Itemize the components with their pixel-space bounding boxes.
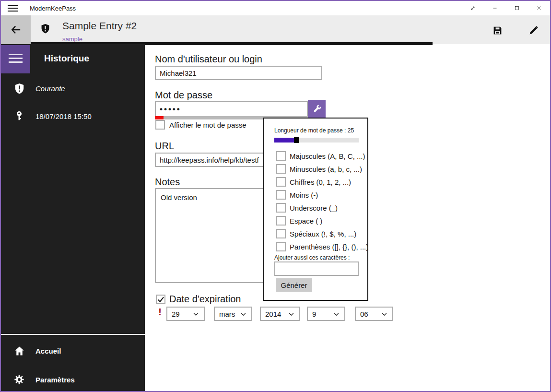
custom-chars-label: Ajouter aussi ces caractères :	[274, 254, 350, 261]
password-label: Mot de passe	[155, 90, 212, 101]
slider-fill	[274, 138, 294, 143]
maximize-button[interactable]	[506, 1, 528, 15]
chevron-down-icon	[333, 310, 340, 318]
home-icon	[13, 345, 25, 356]
diagonal-resize-icon	[470, 5, 476, 11]
page-title: Sample Entry #2	[62, 20, 137, 32]
checkbox-icon	[276, 151, 286, 161]
shield-icon	[13, 83, 25, 94]
checkbox-icon	[155, 120, 165, 130]
option-label: Majuscules (A, B, C, ...)	[290, 152, 365, 160]
chevron-down-icon	[288, 310, 295, 318]
slider-thumb[interactable]	[294, 137, 299, 143]
generate-button[interactable]: Générer	[276, 278, 312, 292]
option-special-checkbox[interactable]: Spéciaux (!, $, %, ...)	[276, 229, 356, 238]
password-length-slider[interactable]	[274, 138, 359, 143]
option-label: Spéciaux (!, $, %, ...)	[290, 230, 356, 238]
option-lowercase-checkbox[interactable]: Minuscules (a, b, c, ...)	[276, 164, 362, 174]
app-window: ModernKeePass Sample Entry #2 sa	[0, 0, 551, 392]
option-label: Underscore (_)	[290, 204, 338, 212]
entry-group-link[interactable]: sample	[62, 36, 82, 43]
back-arrow-icon	[10, 24, 22, 35]
minute-select[interactable]: 06	[355, 307, 393, 321]
expiration-label: Date d'expiration	[169, 294, 241, 305]
close-icon	[536, 5, 542, 11]
sidebar-item-settings[interactable]: Paramètres	[1, 369, 145, 390]
month-value: mars	[219, 310, 235, 318]
option-space-checkbox[interactable]: Espace ( )	[276, 216, 322, 226]
checkbox-icon	[276, 216, 286, 226]
show-password-label: Afficher le mot de passe	[169, 121, 246, 129]
chevron-down-icon	[381, 310, 388, 318]
sidebar-item-label: 18/07/2018 15:50	[35, 112, 92, 120]
close-button[interactable]	[528, 1, 550, 15]
show-password-checkbox[interactable]: Afficher le mot de passe	[155, 120, 246, 130]
checkbox-icon	[276, 242, 286, 251]
notes-label: Notes	[155, 177, 180, 188]
gear-icon	[13, 374, 25, 385]
option-digits-checkbox[interactable]: Chiffres (0, 1, 2, ...)	[276, 177, 351, 187]
checkbox-icon	[276, 190, 286, 200]
username-input[interactable]	[155, 66, 322, 80]
option-underscore-checkbox[interactable]: Underscore (_)	[276, 203, 338, 213]
password-length-label: Longueur de mot de passe : 25	[274, 127, 354, 134]
hamburger-icon	[9, 54, 23, 55]
password-generator-button[interactable]	[308, 100, 326, 118]
checkbox-icon	[156, 295, 165, 304]
option-uppercase-checkbox[interactable]: Majuscules (A, B, C, ...)	[276, 151, 365, 161]
url-label: URL	[155, 141, 174, 152]
option-label: Minuscules (a, b, c, ...)	[290, 165, 362, 173]
entry-header: Sample Entry #2 sample	[1, 15, 550, 44]
hour-select[interactable]: 9	[307, 307, 345, 321]
year-value: 2014	[265, 310, 281, 318]
password-generator-popup: Longueur de mot de passe : 25 Majuscules…	[263, 118, 368, 301]
sidebar-item-current[interactable]: Courante	[1, 78, 145, 99]
minute-value: 06	[360, 310, 368, 318]
option-label: Moins (-)	[290, 191, 318, 199]
title-bar: ModernKeePass	[1, 1, 550, 15]
fullscreen-button[interactable]	[462, 1, 484, 15]
username-label: Nom d'utilisateur ou login	[155, 54, 262, 65]
sidebar-item-label: Courante	[35, 84, 65, 93]
wrench-icon	[312, 104, 322, 114]
sidebar-item-history-entry[interactable]: 18/07/2018 15:50	[1, 106, 145, 127]
save-icon	[492, 25, 503, 36]
sidebar: Historique Courante 18/07/2018	[1, 44, 145, 392]
checkbox-icon	[276, 164, 286, 174]
hamburger-menu-icon[interactable]	[8, 5, 18, 12]
expiration-checkbox[interactable]: Date d'expiration	[156, 294, 241, 305]
month-select[interactable]: mars	[214, 307, 252, 321]
chevron-down-icon	[240, 310, 247, 318]
custom-chars-input[interactable]	[274, 261, 359, 276]
chevron-down-icon	[192, 310, 199, 318]
sidebar-divider	[1, 334, 145, 335]
maximize-icon	[514, 5, 520, 11]
pencil-icon	[528, 25, 539, 36]
edit-button[interactable]	[524, 23, 543, 37]
password-strength-fill	[155, 116, 164, 119]
checkbox-icon	[276, 229, 286, 238]
back-button[interactable]	[1, 15, 31, 44]
app-title: ModernKeePass	[30, 5, 76, 12]
day-value: 29	[172, 310, 180, 318]
sidebar-item-home[interactable]: Accueil	[1, 340, 145, 361]
option-label: Parenthèses ([], {}, (), ...)	[290, 243, 368, 251]
window-controls	[462, 1, 550, 15]
expired-warning-icon: !	[158, 306, 162, 318]
sidebar-item-label: Accueil	[35, 347, 61, 355]
password-input[interactable]	[155, 101, 308, 117]
sidebar-item-label: Paramètres	[35, 376, 75, 384]
nav-hamburger-button[interactable]	[1, 45, 30, 73]
minimize-icon	[492, 5, 498, 11]
day-select[interactable]: 29	[166, 307, 205, 321]
sidebar-heading: Historique	[44, 53, 89, 64]
checkbox-icon	[276, 203, 286, 213]
option-minus-checkbox[interactable]: Moins (-)	[276, 190, 318, 200]
option-brackets-checkbox[interactable]: Parenthèses ([], {}, (), ...)	[276, 242, 368, 251]
save-button[interactable]	[488, 23, 507, 37]
year-select[interactable]: 2014	[260, 307, 300, 321]
hour-value: 9	[312, 310, 316, 318]
minimize-button[interactable]	[484, 1, 506, 15]
option-label: Espace ( )	[290, 217, 322, 225]
option-label: Chiffres (0, 1, 2, ...)	[290, 178, 351, 186]
